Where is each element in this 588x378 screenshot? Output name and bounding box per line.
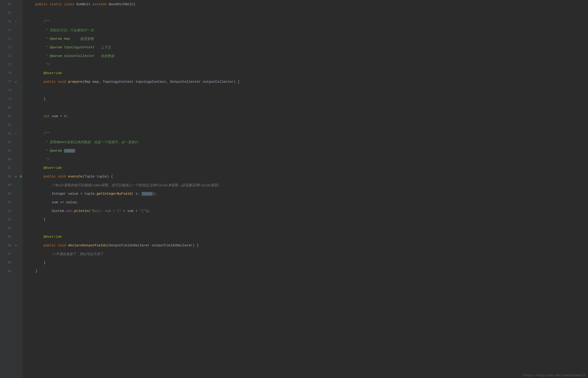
- gutter-row: 73: [0, 43, 23, 52]
- gutter-row: 87: [0, 164, 23, 172]
- code-token: Map: [84, 80, 90, 84]
- code-token: ( s:: [131, 192, 142, 196]
- code-line: * @param tuple: [27, 146, 588, 155]
- code-token: 上下文: [95, 45, 111, 50]
- code-line: public static class SumBolt extends Base…: [27, 0, 588, 9]
- code-line: [27, 224, 588, 232]
- code-token: tuple: [84, 192, 95, 196]
- code-token: ) {: [107, 175, 113, 179]
- line-number: 86: [0, 158, 14, 161]
- line-number: 69: [0, 11, 14, 15]
- code-token: public void: [27, 175, 68, 179]
- code-token: }: [27, 218, 46, 222]
- code-line: * @param map 配置参数: [27, 34, 588, 43]
- code-token: @param: [50, 37, 62, 41]
- code-token: 发射过来的数据，也是一个死循环，会一直执行: [67, 140, 138, 144]
- code-token: [62, 54, 64, 58]
- line-number: 78: [0, 89, 14, 92]
- code-token: 0: [64, 114, 66, 118]
- code-token: public void: [27, 80, 68, 84]
- code-token: "Bolt: sum = [": [90, 209, 121, 213]
- code-token: [95, 175, 97, 179]
- code-token: public void: [27, 244, 68, 247]
- code-token: [62, 46, 64, 49]
- code-token: [66, 192, 68, 196]
- code-line: [27, 121, 588, 129]
- code-token: extends: [93, 2, 109, 6]
- line-number: 81: [0, 114, 14, 118]
- code-line: */: [27, 60, 588, 69]
- code-line: * @param topologyContext 上下文: [27, 43, 588, 52]
- code-line: System.out.println("Bolt: sum = [" + sum…: [27, 207, 588, 215]
- code-line: [27, 9, 588, 17]
- line-number: 71: [0, 28, 14, 32]
- code-token: * 初始化方法，只会被执行一次: [27, 28, 94, 32]
- code-line: [27, 103, 588, 112]
- code-token: topologyContext: [64, 46, 95, 49]
- code-token: }: [27, 261, 46, 265]
- code-token: outputCollector: [64, 54, 95, 58]
- code-token: ) {: [233, 80, 240, 84]
- gutter-row: 85: [0, 146, 23, 155]
- code-token: ,: [99, 80, 103, 84]
- code-token: +=: [58, 201, 66, 204]
- line-number: 93: [0, 218, 14, 221]
- line-number: 97: [0, 252, 14, 256]
- code-token: map: [93, 80, 99, 84]
- code-token: (: [88, 209, 90, 213]
- code-token: tuple: [97, 175, 107, 179]
- gutter-row: 90: [0, 189, 23, 198]
- code-editor: 686970▼71727374757677▲787980818283▼84858…: [0, 0, 588, 378]
- line-number: 88: [0, 175, 14, 178]
- line-number: 84: [0, 140, 14, 144]
- code-line: }: [27, 267, 588, 276]
- line-number: 75: [0, 63, 14, 67]
- code-token: //不用在发射了，所以可以不弄了: [27, 252, 103, 256]
- gutter-row: 86: [0, 155, 23, 164]
- line-numbers: 686970▼71727374757677▲787980818283▼84858…: [0, 0, 23, 276]
- code-token: TopologyContext: [103, 80, 133, 84]
- code-token: Spout: [57, 140, 67, 144]
- line-number: 94: [0, 226, 14, 230]
- code-token: sum: [52, 114, 58, 118]
- url-bar: https://blog.csdn.net/zhaoxiaoba123: [521, 373, 588, 378]
- code-token: .: [95, 192, 97, 196]
- code-token: ,: [166, 80, 170, 84]
- line-number: 73: [0, 46, 14, 49]
- code-token: *: [27, 46, 50, 49]
- gutter-row: 88▲@: [0, 172, 23, 181]
- code-token: [62, 37, 64, 41]
- code-token: +: [133, 209, 140, 213]
- code-token: =: [58, 114, 64, 118]
- line-number: 82: [0, 123, 14, 127]
- code-token: System: [27, 209, 64, 213]
- code-token: 发射数据: [95, 54, 114, 58]
- gutter-row: 89: [0, 181, 23, 189]
- line-number: 77: [0, 80, 14, 84]
- arrow-up-icon: ▲: [14, 244, 18, 247]
- at-sign-icon: @: [19, 175, 23, 178]
- code-token: ) {: [193, 244, 199, 247]
- code-token: sum: [27, 201, 58, 204]
- code-token: =: [78, 192, 84, 196]
- line-number: 95: [0, 235, 14, 239]
- code-token: OutputCollector: [170, 80, 201, 84]
- code-token: Tuple: [84, 175, 95, 179]
- gutter-row: 99: [0, 267, 23, 276]
- code-line: * @param outputCollector 发射数据: [27, 52, 588, 60]
- code-token: @Override: [27, 235, 62, 239]
- gutter-row: 78: [0, 86, 23, 95]
- code-token: ;: [66, 114, 68, 118]
- arrow-up-icon: ▲: [14, 175, 18, 178]
- code-token: @param: [50, 46, 62, 49]
- code-token: topologyContext: [135, 80, 166, 84]
- code-line: */: [27, 155, 588, 164]
- code-line: //不用在发射了，所以可以不弄了: [27, 250, 588, 258]
- gutter-row: 72: [0, 34, 23, 43]
- code-token: [133, 80, 135, 84]
- highlighted-param: tuple: [64, 149, 75, 153]
- code-token: [201, 80, 203, 84]
- gutter-row: 70▼: [0, 17, 23, 26]
- line-number: 76: [0, 71, 14, 75]
- line-number: 90: [0, 192, 14, 196]
